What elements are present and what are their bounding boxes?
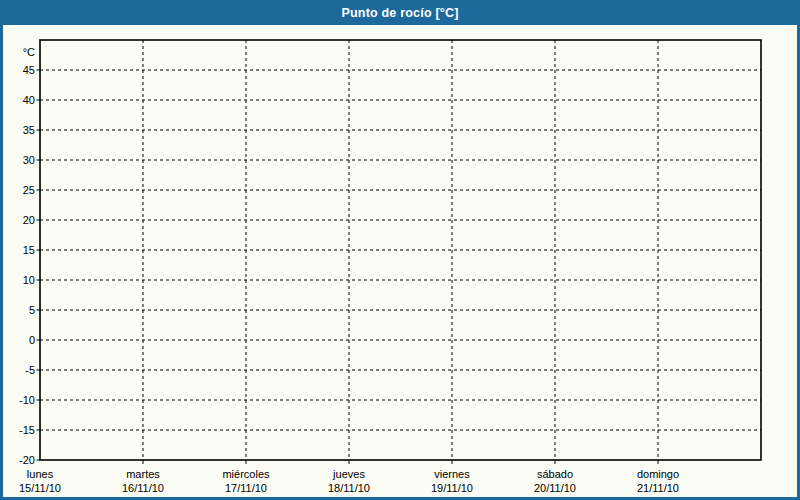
y-axis-labels: 454035302520151050-5-10-15-20°C xyxy=(19,46,35,466)
y-tick-label: 15 xyxy=(23,244,35,256)
x-date-label: 20/11/10 xyxy=(534,482,576,494)
y-tick-label: 20 xyxy=(23,214,35,226)
x-date-label: 17/11/10 xyxy=(225,482,267,494)
x-date-label: 16/11/10 xyxy=(122,482,164,494)
y-tick-label: -20 xyxy=(19,454,35,466)
x-day-label: lunes xyxy=(27,468,54,480)
y-tick-label: 0 xyxy=(29,334,35,346)
x-day-label: viernes xyxy=(434,468,470,480)
window-frame-left-border xyxy=(0,25,3,500)
x-day-label: sábado xyxy=(537,468,573,480)
dew-point-chart: 454035302520151050-5-10-15-20°Clunes15/1… xyxy=(0,0,800,500)
y-tick-label: 25 xyxy=(23,184,35,196)
y-tick-label: -5 xyxy=(25,364,35,376)
x-axis-labels: lunes15/11/10martes16/11/10miércoles17/1… xyxy=(19,468,679,494)
x-day-label: jueves xyxy=(332,468,365,480)
x-day-label: martes xyxy=(126,468,160,480)
y-axis-unit-label: °C xyxy=(23,46,35,58)
y-tick-label: 35 xyxy=(23,124,35,136)
x-date-label: 15/11/10 xyxy=(19,482,61,494)
y-tick-label: -10 xyxy=(19,394,35,406)
y-tick-label: 5 xyxy=(29,304,35,316)
y-tick-label: 30 xyxy=(23,154,35,166)
x-date-label: 21/11/10 xyxy=(637,482,679,494)
y-tick-label: -15 xyxy=(19,424,35,436)
x-day-label: domingo xyxy=(637,468,679,480)
y-tick-label: 10 xyxy=(23,274,35,286)
weather-chart-window: Punto de rocío [°C] 454035302520151050-5… xyxy=(0,0,800,500)
x-date-label: 19/11/10 xyxy=(431,482,473,494)
y-tick-label: 45 xyxy=(23,64,35,76)
y-tick-label: 40 xyxy=(23,94,35,106)
grid-lines xyxy=(40,40,761,460)
x-day-label: miércoles xyxy=(222,468,270,480)
x-date-label: 18/11/10 xyxy=(328,482,370,494)
